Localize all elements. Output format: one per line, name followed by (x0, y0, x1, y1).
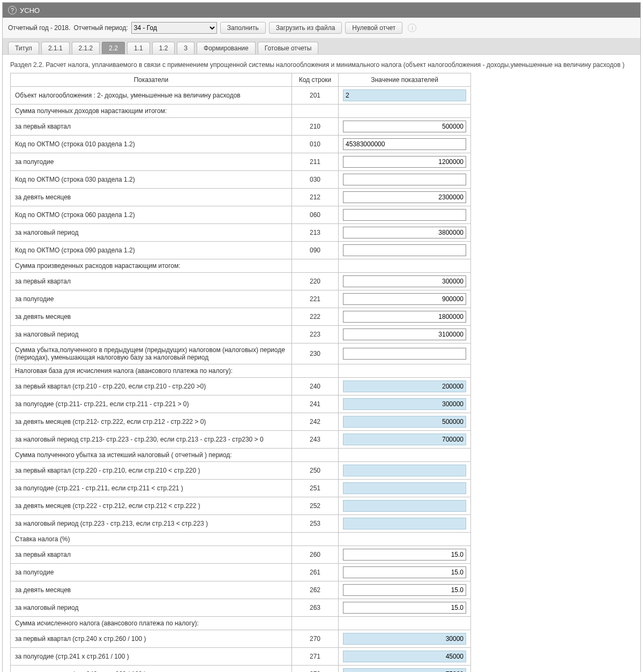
value-input-212[interactable] (343, 191, 466, 203)
table-row: за налоговый период213 (11, 224, 471, 242)
value-input-271 (343, 651, 466, 662)
tab-s212[interactable]: 2.1.2 (72, 42, 100, 54)
value-input-262[interactable] (343, 584, 466, 596)
value-input-210[interactable] (343, 121, 466, 132)
value-input-211[interactable] (343, 156, 466, 168)
table-row: за первый квартал (стр.240 х стр.260 / 1… (11, 630, 471, 648)
row-label: Код по ОКТМО (строка 030 раздела 1.2) (11, 171, 292, 189)
table-row: Сумма убытка,полученного в предыдущем (п… (11, 344, 471, 364)
value-input-261[interactable] (343, 566, 466, 578)
row-value-cell (339, 497, 471, 515)
row-code: 263 (292, 599, 339, 617)
row-value-cell (339, 431, 471, 449)
period-select[interactable]: 34 - Год (131, 22, 217, 34)
row-label: за полугодие (стр.211- стр.221, если стр… (11, 395, 292, 413)
table-row: за девять месяцев (стр.212- стр.222, есл… (11, 413, 471, 431)
value-input-223[interactable] (343, 328, 466, 340)
row-label: Налоговая база для исчисления налога (ав… (11, 364, 292, 378)
row-label: Ставка налога (%) (11, 533, 292, 546)
row-value-cell (339, 533, 471, 546)
tab-titul[interactable]: Титул (8, 42, 39, 54)
row-code (292, 259, 339, 273)
value-input-252 (343, 500, 466, 512)
row-value-cell (339, 189, 471, 206)
value-input-230[interactable] (343, 348, 466, 360)
row-code: 252 (292, 497, 339, 515)
row-label: Сумма полученных доходов нарастающим ито… (11, 104, 292, 118)
table-row: за полугодие221 (11, 290, 471, 308)
row-label: Сумма убытка,полученного в предыдущем (п… (11, 344, 292, 364)
tab-s22[interactable]: 2.2 (102, 42, 125, 54)
row-value-cell (339, 581, 471, 599)
table-row: Код по ОКТМО (строка 060 раздела 1.2)060 (11, 206, 471, 224)
tab-form[interactable]: Формирование (197, 42, 256, 54)
row-value-cell (339, 395, 471, 413)
value-input-240 (343, 380, 466, 392)
value-input-090[interactable] (343, 244, 466, 256)
row-code: 213 (292, 224, 339, 242)
row-label: за первый квартал (стр.220 - стр.210, ес… (11, 462, 292, 480)
table-row: Сумма произведенных расходов нарастающим… (11, 259, 471, 273)
table-row: Код по ОКТМО (строка 010 раздела 1.2)010 (11, 136, 471, 153)
row-label: за девять месяцев (стр.222 - стр.212, ес… (11, 497, 292, 515)
tab-s211[interactable]: 2.1.1 (41, 42, 70, 54)
row-code: 240 (292, 378, 339, 395)
table-row: за налоговый период223 (11, 326, 471, 344)
info-icon[interactable]: i (408, 24, 416, 32)
zero-report-button[interactable]: Нулевой отчет (345, 22, 402, 34)
row-value-cell (339, 242, 471, 259)
row-code: 060 (292, 206, 339, 224)
table-row: за налоговый период (стр.223 - стр.213, … (11, 515, 471, 533)
table-row: Сумма полученного убытка за истекший нал… (11, 449, 471, 462)
value-input-220[interactable] (343, 275, 466, 287)
value-input-222[interactable] (343, 311, 466, 323)
table-row: за первый квартал220 (11, 273, 471, 290)
table-row: за девять месяцев262 (11, 581, 471, 599)
value-input-253 (343, 518, 466, 529)
value-input-260[interactable] (343, 549, 466, 561)
row-value-cell (339, 648, 471, 666)
row-code: 222 (292, 308, 339, 326)
row-value-cell (339, 364, 471, 378)
row-value-cell (339, 259, 471, 273)
value-input-263[interactable] (343, 602, 466, 614)
row-label: за полугодие (11, 564, 292, 581)
tab-ready[interactable]: Готовые отчеты (258, 42, 319, 54)
row-code (292, 617, 339, 630)
row-code: 261 (292, 564, 339, 581)
row-code: 270 (292, 630, 339, 648)
row-label: за первый квартал (стр.210 - стр.220, ес… (11, 378, 292, 395)
tab-s12[interactable]: 1.2 (152, 42, 175, 54)
row-code (292, 364, 339, 378)
row-code: 250 (292, 462, 339, 480)
row-label: Код по ОКТМО (строка 010 раздела 1.2) (11, 136, 292, 153)
fill-button[interactable]: Заполнить (220, 22, 266, 34)
row-label: Код по ОКТМО (строка 090 раздела 1.2) (11, 242, 292, 259)
row-value-cell (339, 290, 471, 308)
row-label: за девять месяцев (11, 189, 292, 206)
row-value-cell (339, 462, 471, 480)
value-input-010[interactable] (343, 138, 466, 150)
row-value-cell (339, 171, 471, 189)
value-input-060[interactable] (343, 209, 466, 221)
row-value-cell (339, 273, 471, 290)
col-code: Код строки (292, 73, 339, 87)
value-input-213[interactable] (343, 227, 466, 238)
value-input-030[interactable] (343, 174, 466, 185)
row-label: Код по ОКТМО (строка 060 раздела 1.2) (11, 206, 292, 224)
tab-s11[interactable]: 1.1 (127, 42, 150, 54)
tab-s3[interactable]: 3 (177, 42, 195, 54)
value-input-241 (343, 398, 466, 410)
row-code: 201 (292, 87, 339, 104)
row-code: 253 (292, 515, 339, 533)
table-row: за налоговый период стр.213- стр.223 - с… (11, 431, 471, 449)
load-from-file-button[interactable]: Загрузить из файла (269, 22, 342, 34)
row-value-cell (339, 118, 471, 136)
value-input-242 (343, 416, 466, 428)
toolbar: Отчетный год - 2018. Отчетный период: 34… (3, 18, 640, 39)
row-code: 243 (292, 431, 339, 449)
value-input-221[interactable] (343, 293, 466, 305)
help-icon[interactable]: ? (8, 6, 17, 14)
table-row: за девять месяцев212 (11, 189, 471, 206)
row-value-cell (339, 564, 471, 581)
